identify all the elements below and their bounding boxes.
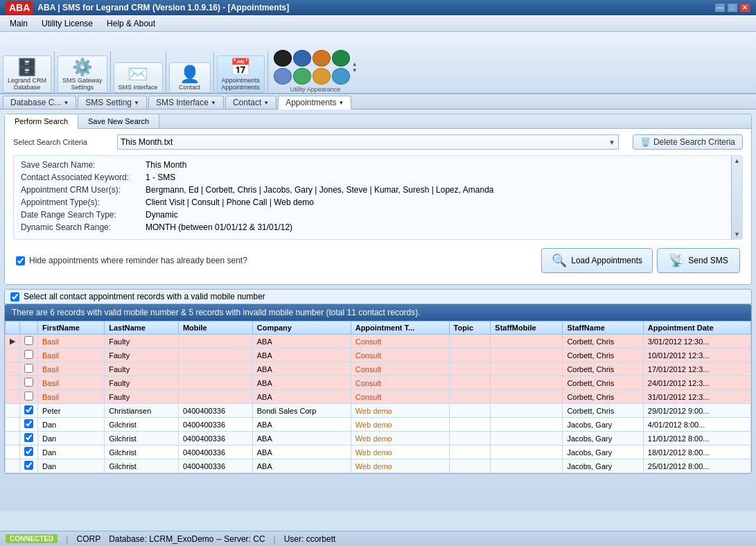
- ribbon-group-sms-gateway[interactable]: ⚙️ SMS GatewaySettings: [58, 55, 107, 93]
- maximize-button[interactable]: □: [727, 3, 738, 12]
- row-checkbox-cell[interactable]: [20, 446, 38, 459]
- tab-strip-sms-arrow: ▼: [134, 100, 139, 106]
- row-checkbox[interactable]: [24, 336, 33, 345]
- tab-save-new-search[interactable]: Save New Search: [78, 114, 159, 128]
- load-appointments-button[interactable]: 🔍 Load Appointments: [541, 248, 653, 273]
- row-checkbox-cell[interactable]: [20, 432, 38, 446]
- row-topic: [449, 473, 491, 474]
- table-row[interactable]: BasilFaultyABAConsultCorbett, Chris17/01…: [6, 362, 751, 376]
- contact-keyword-label: Contact Associated Keyword:: [21, 173, 146, 182]
- col-appointment-type[interactable]: Appointment T...: [351, 322, 449, 335]
- row-topic: [449, 390, 491, 404]
- row-lastname: Gilchrist: [105, 459, 179, 473]
- row-company: ABA: [252, 473, 351, 474]
- ua-btn-4[interactable]: [332, 50, 350, 67]
- minimize-button[interactable]: —: [714, 3, 726, 12]
- col-appointment-date[interactable]: Appointment Date: [643, 322, 750, 335]
- send-sms-button[interactable]: 📡 Send SMS: [657, 248, 740, 273]
- search-criteria-combo[interactable]: This Month.txt ▼: [117, 134, 619, 150]
- row-appointment-type: Consult: [351, 376, 449, 390]
- search-body: Select Search Criteria This Month.txt ▼ …: [5, 129, 751, 284]
- ribbon-group-legrand-crm[interactable]: 🗄️ Legrand CRMDatabase: [3, 55, 51, 93]
- scroll-up-arrow[interactable]: ▲: [732, 156, 741, 166]
- date-range-type-value: Dynamic: [146, 210, 178, 220]
- table-row[interactable]: BasilFaultyABAConsultCorbett, Chris24/01…: [6, 376, 751, 390]
- row-firstname: Dan: [38, 432, 105, 446]
- row-checkbox-cell[interactable]: [20, 404, 38, 418]
- row-checkbox[interactable]: [24, 350, 33, 359]
- col-staff-name[interactable]: StaffName: [563, 322, 643, 335]
- ribbon-group-contact[interactable]: 👤 Contact: [169, 62, 211, 93]
- row-checkbox-cell[interactable]: [20, 349, 38, 362]
- ua-btn-1[interactable]: [274, 50, 292, 67]
- appointment-types-value: Client Visit | Consult | Phone Call | We…: [146, 197, 314, 207]
- ua-btn-7[interactable]: [313, 68, 331, 85]
- search-details: Save Search Name: This Month Contact Ass…: [13, 155, 743, 240]
- tab-strip-sms-setting[interactable]: SMS Setting ▼: [78, 96, 147, 109]
- save-search-value: This Month: [146, 160, 186, 170]
- col-company[interactable]: Company: [252, 322, 351, 335]
- select-all-checkbox[interactable]: [10, 292, 19, 301]
- ua-scroll-down[interactable]: ▼: [352, 67, 358, 73]
- table-row[interactable]: BasilFaultyABAConsultCorbett, Chris10/01…: [6, 349, 751, 362]
- row-checkbox-cell[interactable]: [20, 362, 38, 376]
- tab-strip-sms-interface[interactable]: SMS Interface ▼: [148, 96, 224, 109]
- row-checkbox[interactable]: [24, 378, 33, 387]
- row-checkbox[interactable]: [24, 364, 33, 373]
- tab-perform-search[interactable]: Perform Search: [5, 114, 78, 129]
- row-staff-mobile: [491, 390, 563, 404]
- table-row[interactable]: DanGilchrist0400400336ABAWeb demoJacobs,…: [6, 446, 751, 459]
- ua-scroll-up[interactable]: ▲: [352, 61, 358, 67]
- ua-btn-3[interactable]: [313, 50, 331, 67]
- table-row[interactable]: PeterChristiansen0400400336Bondi Sales C…: [6, 404, 751, 418]
- scroll-down-arrow[interactable]: ▼: [732, 229, 741, 239]
- ribbon-group-appointments[interactable]: 📅 AppointmentsAppointments: [217, 55, 265, 93]
- row-checkbox[interactable]: [24, 405, 33, 414]
- row-checkbox-cell[interactable]: [20, 459, 38, 473]
- table-row[interactable]: BasilFaultyABAConsultCorbett, Chris31/01…: [6, 390, 751, 404]
- row-checkbox-cell[interactable]: [20, 473, 38, 474]
- ua-btn-5[interactable]: [274, 68, 292, 85]
- table-row[interactable]: DanGilchrist0400400336ABAWeb demoJacobs,…: [6, 432, 751, 446]
- row-checkbox[interactable]: [24, 447, 33, 456]
- tab-strip-appointments[interactable]: Appointments ▼: [278, 96, 351, 109]
- col-staff-mobile[interactable]: StaffMobile: [491, 322, 563, 335]
- tab-strip-contact[interactable]: Contact ▼: [225, 96, 276, 109]
- row-checkbox[interactable]: [24, 461, 33, 470]
- col-mobile[interactable]: Mobile: [178, 322, 252, 335]
- menu-main[interactable]: Main: [3, 17, 35, 30]
- sms-gateway-icon: ⚙️: [72, 59, 93, 76]
- row-checkbox-cell[interactable]: [20, 376, 38, 390]
- col-lastname[interactable]: LastName: [105, 322, 179, 335]
- row-staff-mobile: [491, 349, 563, 362]
- row-checkbox[interactable]: [24, 433, 33, 442]
- tab-strip-database-c[interactable]: Database C... ▼: [3, 96, 76, 109]
- close-button[interactable]: ✕: [739, 3, 750, 12]
- table-row[interactable]: DanGilchrist0400400336ABAWeb demoJacobs,…: [6, 418, 751, 432]
- row-checkbox[interactable]: [24, 419, 33, 428]
- table-row[interactable]: DanGilchrist0400400336ABAWeb demoJacobs,…: [6, 473, 751, 474]
- ua-btn-2[interactable]: [293, 50, 311, 67]
- row-checkbox-cell[interactable]: [20, 390, 38, 404]
- row-staff-mobile: [491, 335, 563, 349]
- ua-btn-8[interactable]: [332, 68, 350, 85]
- ribbon-group-sms-interface[interactable]: ✉️ SMS Interface: [114, 62, 163, 93]
- col-topic[interactable]: Topic: [449, 322, 491, 335]
- menu-utility-license[interactable]: Utility License: [35, 17, 100, 30]
- legrand-crm-label: Legrand CRMDatabase: [8, 77, 46, 91]
- records-table-container[interactable]: FirstName LastName Mobile Company Appoin…: [5, 321, 751, 473]
- ua-btn-6[interactable]: [293, 68, 311, 85]
- delete-search-criteria-button[interactable]: 🗑️ Delete Search Criteria: [633, 134, 743, 150]
- row-checkbox-cell[interactable]: [20, 418, 38, 432]
- row-company: ABA: [252, 390, 351, 404]
- title-bar-controls[interactable]: — □ ✕: [714, 3, 750, 12]
- details-scrollbar[interactable]: ▲ ▼: [731, 156, 742, 239]
- table-row[interactable]: ▶BasilFaultyABAConsultCorbett, Chris3/01…: [6, 335, 751, 349]
- row-mobile: 0400400336: [178, 418, 252, 432]
- col-firstname[interactable]: FirstName: [38, 322, 105, 335]
- table-row[interactable]: DanGilchrist0400400336ABAWeb demoJacobs,…: [6, 459, 751, 473]
- row-checkbox[interactable]: [24, 391, 33, 400]
- menu-help-about[interactable]: Help & About: [100, 17, 162, 30]
- hide-appointments-checkbox[interactable]: [16, 256, 25, 265]
- row-checkbox-cell[interactable]: [20, 335, 38, 349]
